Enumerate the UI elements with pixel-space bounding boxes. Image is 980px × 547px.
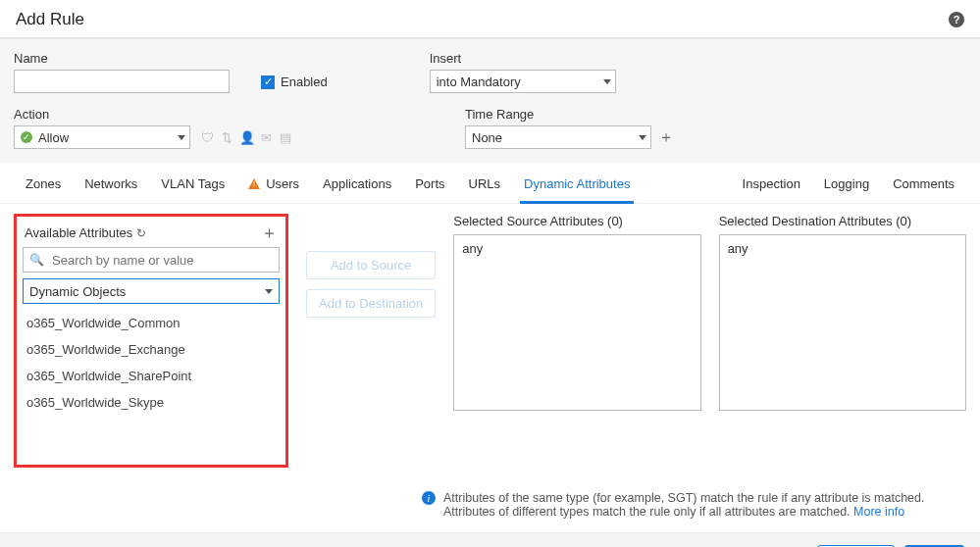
add-attribute-button[interactable]: ＋	[261, 224, 278, 241]
selected-source-box[interactable]: any	[453, 234, 700, 411]
search-icon: 🔍	[29, 253, 44, 267]
info-icon: i	[422, 491, 436, 505]
hint-line2: Attributes of different types match the …	[443, 505, 853, 519]
selected-dest-box[interactable]: any	[719, 234, 966, 411]
add-time-range-button[interactable]: ＋	[657, 128, 675, 146]
chevron-down-icon	[265, 289, 273, 294]
tab-networks[interactable]: Networks	[73, 163, 149, 203]
tab-applications[interactable]: Applications	[311, 163, 403, 203]
available-attributes-panel: Available Attributes ↻ ＋ 🔍 Dynamic Objec…	[14, 214, 288, 468]
mail-icon: ✉	[259, 130, 273, 145]
user-icon: 👤	[239, 130, 253, 145]
search-wrap: 🔍	[23, 247, 280, 273]
tab-label: Dynamic Attributes	[524, 176, 630, 191]
tab-label: Users	[266, 176, 299, 191]
insert-value: into Mandatory	[437, 75, 521, 89]
tab-label: VLAN Tags	[161, 176, 225, 191]
enabled-label: Enabled	[281, 75, 328, 89]
insert-label: Insert	[430, 51, 616, 66]
tab-zones[interactable]: Zones	[14, 163, 73, 203]
search-input[interactable]	[50, 252, 273, 269]
tab-label: Ports	[415, 176, 444, 191]
flow-icon: ⇅	[220, 130, 233, 145]
refresh-icon[interactable]: ↻	[136, 226, 146, 240]
list-icon: ▤	[279, 130, 292, 145]
selected-source-value: any	[462, 241, 483, 256]
add-to-source-button[interactable]: Add to Source	[306, 251, 436, 279]
selected-dest-label: Selected Destination Attributes (0)	[719, 214, 966, 228]
tab-logging[interactable]: Logging	[812, 163, 881, 203]
name-input[interactable]	[14, 70, 230, 93]
tab-ports[interactable]: Ports	[403, 163, 456, 203]
dialog-title: Add Rule	[16, 10, 84, 29]
list-item[interactable]: o365_Worldwide_Common	[23, 310, 280, 336]
hint-text: i Attributes of the same type (for examp…	[422, 491, 966, 519]
tab-vlan-tags[interactable]: VLAN Tags	[149, 163, 236, 203]
tab-inspection[interactable]: Inspection	[731, 163, 812, 203]
action-select[interactable]: ✓ Allow	[14, 125, 190, 149]
hint-line1: Attributes of the same type (for example…	[443, 491, 925, 505]
list-item[interactable]: o365_Worldwide_Exchange	[23, 336, 280, 363]
warning-icon	[248, 178, 260, 189]
tab-urls[interactable]: URLs	[457, 163, 513, 203]
tab-dynamic-attributes[interactable]: Dynamic Attributes	[512, 163, 642, 203]
help-icon[interactable]: ?	[949, 12, 964, 27]
tab-users[interactable]: Users	[236, 163, 311, 203]
available-list: o365_Worldwide_Commono365_Worldwide_Exch…	[23, 310, 280, 416]
time-range-label: Time Range	[465, 107, 675, 122]
tab-label: Applications	[323, 176, 391, 191]
add-to-destination-button[interactable]: Add to Destination	[306, 289, 436, 318]
tab-comments[interactable]: Comments	[881, 163, 966, 203]
attribute-type-select[interactable]: Dynamic Objects	[23, 278, 280, 304]
tab-bar: ZonesNetworksVLAN TagsUsersApplicationsP…	[0, 163, 980, 204]
enabled-checkbox[interactable]: ✓	[261, 75, 275, 89]
form-area: Name ✓ Enabled Insert into Mandatory Act…	[0, 39, 980, 163]
list-item[interactable]: o365_Worldwide_SharePoint	[23, 363, 280, 389]
action-value: Allow	[38, 130, 69, 145]
tab-label: Networks	[84, 176, 137, 191]
available-title: Available Attributes	[25, 225, 132, 240]
tab-label: URLs	[469, 176, 501, 191]
time-range-select[interactable]: None	[465, 125, 651, 149]
shield-icon: 🛡	[200, 130, 214, 145]
name-label: Name	[14, 51, 230, 66]
selected-dest-value: any	[728, 241, 748, 256]
tab-label: Zones	[26, 176, 61, 191]
chevron-down-icon	[178, 135, 185, 140]
list-item[interactable]: o365_Worldwide_Skype	[23, 389, 280, 416]
attribute-type-value: Dynamic Objects	[29, 284, 126, 299]
chevron-down-icon	[603, 79, 611, 84]
time-range-value: None	[472, 130, 502, 145]
selected-source-label: Selected Source Attributes (0)	[453, 214, 700, 228]
action-extra-icons: 🛡 ⇅ 👤 ✉ ▤	[200, 130, 292, 145]
chevron-down-icon	[639, 135, 646, 140]
more-info-link[interactable]: More info	[853, 505, 904, 519]
allow-icon: ✓	[21, 131, 32, 143]
insert-select[interactable]: into Mandatory	[430, 70, 616, 93]
action-label: Action	[14, 107, 292, 122]
